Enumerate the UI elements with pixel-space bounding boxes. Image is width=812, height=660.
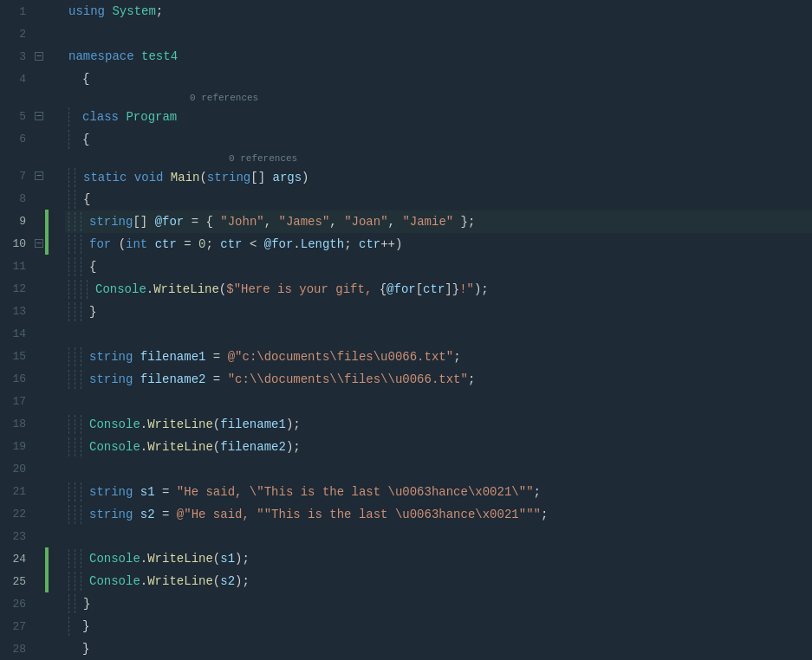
- eq-9: =: [192, 215, 198, 229]
- ind-20: [45, 457, 52, 480]
- str-james: "James": [279, 215, 330, 229]
- gutter-row-25: 25: [0, 570, 65, 592]
- var-filename2-19: filename2: [220, 440, 286, 454]
- keyword-string-15: string: [89, 350, 133, 364]
- code-line-27: }: [65, 615, 812, 637]
- code-editor: 1 2 3 − 4 . 5 −: [0, 0, 812, 660]
- namespace-test4: test4: [141, 49, 178, 63]
- paren-open-12: (: [219, 282, 226, 296]
- line-num-19: 19: [0, 440, 33, 453]
- gutter-row-3: 3 −: [0, 45, 65, 68]
- paren-open-7: (: [199, 171, 206, 184]
- fold-5[interactable]: −: [33, 112, 45, 120]
- gutter-row-18: 18: [0, 412, 65, 435]
- ind-5: [45, 105, 52, 127]
- str-filename2: "c:\\documents\\files\\u0066.txt": [228, 372, 468, 386]
- semi-10b: ;: [344, 237, 351, 251]
- var-filename1-18: filename1: [220, 417, 286, 431]
- line-num-14: 14: [0, 327, 33, 340]
- dot-25: .: [140, 574, 147, 588]
- var-filename1: filename1: [140, 350, 206, 364]
- fold-btn-10[interactable]: −: [35, 239, 43, 248]
- code-line-19: Console.WriteLine(filename2);: [65, 436, 812, 458]
- comma-9a: ,: [264, 215, 271, 229]
- str-12b: !": [459, 282, 474, 296]
- param-args: args: [273, 171, 302, 184]
- fold-3[interactable]: −: [33, 52, 45, 61]
- semi-10a: ;: [206, 237, 213, 251]
- paren-open-24: (: [213, 552, 220, 566]
- fold-btn-7[interactable]: −: [35, 171, 43, 180]
- gutter-row-17: 17: [0, 390, 65, 412]
- gutter-row-27: 27: [0, 615, 65, 637]
- fold-10[interactable]: −: [33, 239, 45, 248]
- code-line-24: Console.WriteLine(s1);: [65, 547, 812, 570]
- code-line-17: [65, 391, 812, 413]
- str-s1: "He said, \"This is the last \u0063hance…: [177, 485, 534, 499]
- prop-length: Length: [301, 237, 344, 251]
- line-num-1: 1: [0, 5, 33, 18]
- gutter-row-12: 12: [0, 277, 65, 300]
- ind-7: [45, 165, 52, 187]
- fold-btn-5[interactable]: −: [35, 112, 43, 120]
- type-console-24: Console: [89, 552, 140, 566]
- paren-close-25: );: [235, 574, 250, 588]
- code-line-16: string filename2 = "c:\\documents\\files…: [65, 368, 812, 391]
- line-num-10: 10: [0, 237, 33, 250]
- str-s2: @"He said, ""This is the last \u0063hanc…: [177, 508, 541, 521]
- gutter-row-24: 24: [0, 547, 65, 570]
- ind-21: [45, 480, 52, 502]
- fold-7[interactable]: −: [33, 171, 45, 180]
- ind-2: [45, 23, 52, 45]
- method-writeline-12: WriteLine: [153, 282, 219, 296]
- brace-open-6: {: [82, 133, 89, 146]
- gutter-row-7: 7 −: [0, 165, 65, 187]
- code-line-15: string filename1 = @"c:\documents\files\…: [65, 346, 812, 368]
- keyword-string-16: string: [89, 372, 133, 386]
- var-filename2: filename2: [140, 372, 206, 386]
- line-num-17: 17: [0, 395, 33, 408]
- ind-16: [45, 367, 52, 390]
- line-num-6: 6: [0, 133, 33, 146]
- gutter-row-20: 20: [0, 457, 65, 480]
- punct-1: ;: [156, 4, 163, 18]
- type-system: System: [112, 4, 155, 18]
- ref-hint-class-text: 0 references: [190, 93, 258, 103]
- line-num-22: 22: [0, 508, 33, 521]
- code-line-11: {: [65, 256, 812, 278]
- ind-13: [45, 300, 52, 322]
- method-writeline-25: WriteLine: [147, 574, 213, 588]
- keyword-static: static: [83, 171, 127, 184]
- paren-close-19: );: [286, 440, 301, 454]
- ref-hint-main: 0 references: [65, 151, 812, 166]
- comma-9b: ,: [329, 215, 336, 229]
- gutter-row-10: 10 −: [0, 232, 65, 255]
- line-num-7: 7: [0, 170, 33, 183]
- str-12: $"Here is your gift,: [226, 282, 379, 296]
- var-ctr-decl: ctr: [155, 237, 177, 251]
- paren-open-25: (: [213, 574, 220, 588]
- code-line-20: [65, 458, 812, 481]
- ind-3: [45, 45, 52, 68]
- keyword-void: void: [134, 171, 164, 184]
- keyword-string-22: string: [89, 508, 133, 521]
- code-line-25: Console.WriteLine(s2);: [65, 570, 812, 592]
- code-line-18: Console.WriteLine(filename1);: [65, 413, 812, 436]
- line-num-20: 20: [0, 463, 33, 476]
- gutter-row-4: 4: [0, 68, 65, 90]
- fold-btn-3[interactable]: −: [35, 52, 43, 61]
- brace-close-26: }: [83, 597, 90, 611]
- ind-23: [45, 525, 52, 547]
- dot-10: .: [293, 237, 300, 251]
- line-num-4: 4: [0, 73, 33, 86]
- ind-15: [45, 345, 52, 367]
- brace-open-11: {: [89, 260, 96, 274]
- code-line-22: string s2 = @"He said, ""This is the las…: [65, 503, 812, 526]
- semi-22: ;: [541, 508, 548, 521]
- var-for: @for: [155, 215, 185, 229]
- ind-26: [45, 592, 52, 615]
- gutter-row-5: 5 −: [0, 105, 65, 127]
- line-num-23: 23: [0, 530, 33, 543]
- gutter-row-1: 1: [0, 0, 65, 23]
- var-for-12: @for: [387, 282, 416, 296]
